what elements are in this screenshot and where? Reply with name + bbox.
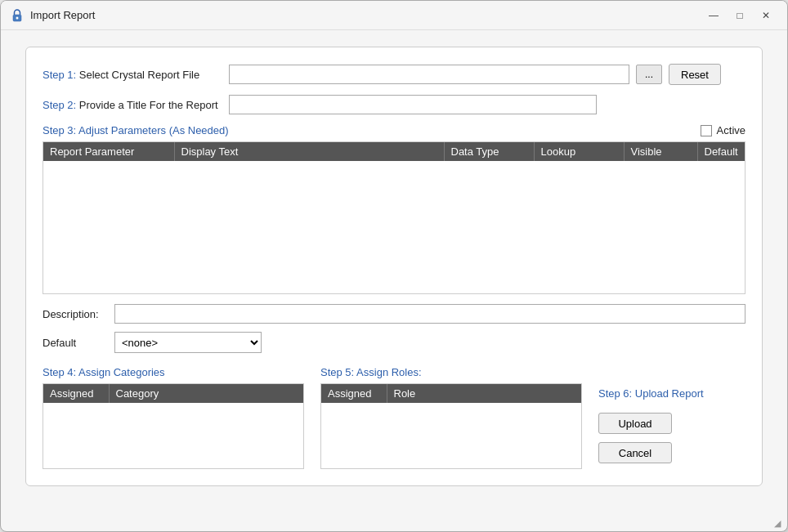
step4-col-category: Category bbox=[109, 384, 303, 403]
minimize-button[interactable]: — bbox=[702, 7, 725, 25]
active-row: Active bbox=[701, 124, 745, 136]
description-label: Description: bbox=[43, 308, 108, 320]
step6-section: Step 6: Upload Report Upload Cancel bbox=[598, 366, 745, 463]
step5-table-container: Assigned Role bbox=[320, 383, 582, 469]
step5-table-body bbox=[321, 403, 581, 468]
title-input[interactable] bbox=[229, 95, 597, 114]
step5-label: Step 5: Assign Roles: bbox=[320, 366, 582, 378]
browse-button[interactable]: ... bbox=[636, 65, 662, 84]
step4-section: Step 4: Assign Categories Assigned Categ… bbox=[43, 366, 304, 469]
step5-header-row: Assigned Role bbox=[321, 384, 581, 403]
step1-row: Step 1: Select Crystal Report File ... R… bbox=[43, 64, 745, 85]
step4-table: Assigned Category bbox=[43, 384, 303, 468]
parameters-table-container: Report Parameter Display Text Data Type … bbox=[43, 141, 745, 294]
step4-header-row: Assigned Category bbox=[43, 384, 303, 403]
step4-table-body bbox=[43, 403, 303, 468]
col-report-parameter: Report Parameter bbox=[43, 142, 174, 161]
step3-header: Step 3: Adjust Parameters (As Needed) Ac… bbox=[43, 124, 745, 136]
parameters-table: Report Parameter Display Text Data Type … bbox=[43, 142, 745, 284]
step5-col-assigned: Assigned bbox=[321, 384, 387, 403]
main-panel: Step 1: Select Crystal Report File ... R… bbox=[25, 47, 763, 486]
close-button[interactable]: ✕ bbox=[754, 7, 777, 25]
window-controls: — □ ✕ bbox=[702, 7, 777, 25]
step4-col-assigned: Assigned bbox=[43, 384, 109, 403]
step4-table-container: Assigned Category bbox=[43, 383, 304, 469]
step2-label: Step 2: Provide a Title For the Report bbox=[43, 99, 222, 111]
col-visible: Visible bbox=[624, 142, 697, 161]
default-row: Default <none> Option 1 Option 2 bbox=[43, 332, 745, 353]
window-icon bbox=[11, 9, 24, 22]
step6-label: Step 6: Upload Report bbox=[598, 387, 704, 400]
step4-label: Step 4: Assign Categories bbox=[43, 366, 304, 378]
step5-col-role: Role bbox=[387, 384, 581, 403]
step5-section: Step 5: Assign Roles: Assigned Role bbox=[320, 366, 582, 469]
reset-button[interactable]: Reset bbox=[669, 64, 721, 85]
params-table-body bbox=[43, 161, 745, 284]
window-title: Import Report bbox=[30, 9, 702, 21]
description-input[interactable] bbox=[114, 304, 745, 324]
maximize-button[interactable]: □ bbox=[728, 7, 751, 25]
active-checkbox[interactable] bbox=[701, 125, 712, 136]
title-bar: Import Report — □ ✕ bbox=[1, 1, 787, 30]
step2-row: Step 2: Provide a Title For the Report bbox=[43, 95, 745, 114]
resize-handle[interactable]: ◢ bbox=[774, 518, 784, 528]
import-report-window: Import Report — □ ✕ Step 1: Select Cryst… bbox=[0, 0, 788, 532]
step3-label: Step 3: Adjust Parameters (As Needed) bbox=[43, 124, 701, 136]
bottom-section: Step 4: Assign Categories Assigned Categ… bbox=[43, 366, 745, 469]
step5-table: Assigned Role bbox=[321, 384, 581, 468]
main-content: Step 1: Select Crystal Report File ... R… bbox=[1, 30, 787, 531]
step1-label: Step 1: Select Crystal Report File bbox=[43, 69, 222, 81]
default-select[interactable]: <none> Option 1 Option 2 bbox=[114, 332, 262, 353]
params-table-header-row: Report Parameter Display Text Data Type … bbox=[43, 142, 745, 161]
default-label: Default bbox=[43, 337, 108, 349]
file-path-input[interactable] bbox=[229, 65, 629, 84]
cancel-button[interactable]: Cancel bbox=[598, 442, 672, 463]
col-display-text: Display Text bbox=[174, 142, 444, 161]
active-label: Active bbox=[717, 124, 745, 136]
col-default: Default bbox=[697, 142, 745, 161]
upload-button[interactable]: Upload bbox=[598, 413, 672, 434]
description-row: Description: bbox=[43, 304, 745, 324]
col-lookup: Lookup bbox=[534, 142, 624, 161]
col-data-type: Data Type bbox=[444, 142, 534, 161]
svg-point-1 bbox=[16, 16, 19, 19]
